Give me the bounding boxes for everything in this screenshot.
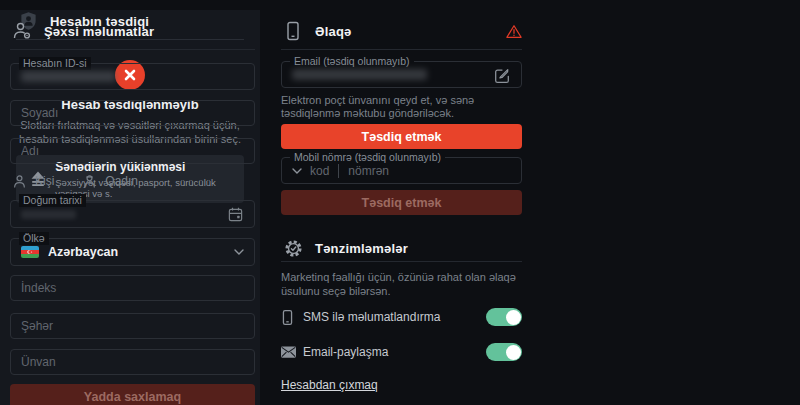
smartphone-icon: [281, 21, 305, 41]
account-id-field: Hesabın ID-si: [10, 63, 255, 90]
mobile-number-field: Mobil nömrə (təsdiq olunmayıb) kod nömrə…: [281, 157, 522, 184]
email-label: Email (təsdiq olunmayıb): [290, 55, 414, 68]
gender-option-female[interactable]: Qadın: [82, 174, 138, 189]
surname-input[interactable]: [10, 100, 255, 126]
divider: [281, 49, 522, 50]
envelope-icon: [281, 346, 303, 358]
email-toggle[interactable]: [486, 343, 522, 361]
gender-selector: Kişi Qadın: [10, 172, 255, 190]
phone-small-icon: [281, 309, 303, 326]
person-gear-icon: [10, 21, 34, 41]
code-chevron-down-icon[interactable]: [292, 168, 302, 174]
account-settings-page: Şəxsi məlumatlar Hesabın ID-si Kişi Qadı…: [0, 10, 800, 405]
chevron-down-icon: [234, 249, 244, 255]
sms-toggle[interactable]: [486, 308, 522, 326]
email-hint: Elektron poçt ünvanını qeyd et, və sənə …: [281, 94, 522, 120]
gender-option-male[interactable]: Kişi: [12, 174, 54, 189]
female-icon: [82, 174, 97, 189]
field-separator: [338, 164, 339, 178]
edit-icon[interactable]: [493, 66, 511, 84]
country-label: Ölkə: [19, 232, 49, 245]
personal-info-title: Şəxsi məlumatlar: [44, 24, 154, 39]
settings-header: Tənzimləmələr: [281, 237, 522, 259]
address-input[interactable]: [10, 349, 255, 375]
female-label: Qadın: [105, 174, 138, 188]
email-blurred-value: [292, 69, 427, 80]
city-input[interactable]: [10, 313, 255, 339]
dob-field[interactable]: Doğum tarixi: [10, 200, 255, 228]
contact-header: Əlaqə: [281, 20, 522, 42]
account-id-label: Hesabın ID-si: [19, 57, 91, 70]
personal-info-section: Şəxsi məlumatlar Hesabın ID-si Kişi Qadı…: [10, 10, 255, 405]
logout-link[interactable]: Hesabdan çıxmaq: [281, 378, 378, 392]
phone-number-input[interactable]: nömrən: [348, 164, 389, 178]
mobile-number-label: Mobil nömrə (təsdiq olunmayıb): [290, 151, 445, 164]
country-select[interactable]: Ölkə Azərbaycan: [10, 238, 255, 266]
toggle-knob: [506, 345, 521, 360]
contact-title: Əlaqə: [315, 24, 351, 39]
dob-blurred-value: [21, 210, 76, 219]
toggle-knob: [506, 310, 521, 325]
confirm-email-button[interactable]: Təsdiq etmək: [281, 124, 522, 149]
postal-index-input[interactable]: [10, 275, 255, 301]
warning-triangle-icon: [506, 24, 522, 39]
male-label: Kişi: [35, 174, 54, 188]
dob-label: Doğum tarixi: [19, 194, 86, 207]
contact-section: Əlaqə Email (təsdiq olunmayıb) Elektron …: [281, 10, 522, 393]
phone-code-input[interactable]: kod: [310, 164, 329, 178]
sms-notifications-row: SMS ilə məlumatlandırma: [281, 307, 522, 327]
email-sharing-row: Email-paylaşma: [281, 342, 522, 362]
azerbaijan-flag-icon: [21, 246, 39, 258]
save-button[interactable]: Yadda saxlamaq: [10, 384, 255, 405]
personal-info-header: Şəxsi məlumatlar: [10, 20, 255, 42]
confirm-phone-button[interactable]: Təsdiq etmək: [281, 190, 522, 215]
gear-check-icon: [281, 239, 305, 258]
email-toggle-label: Email-paylaşma: [303, 345, 388, 359]
name-input[interactable]: [10, 138, 255, 164]
country-value: Azərbaycan: [48, 245, 118, 259]
divider: [10, 49, 255, 50]
male-icon: [12, 174, 27, 189]
email-field: Email (təsdiq olunmayıb): [281, 61, 522, 88]
sms-toggle-label: SMS ilə məlumatlandırma: [303, 310, 440, 324]
divider: [281, 261, 522, 262]
settings-title: Tənzimləmələr: [315, 241, 408, 256]
calendar-icon[interactable]: [227, 206, 244, 223]
marketing-hint: Marketinq fəallığı üçün, özünüə rahat ol…: [281, 270, 522, 298]
account-id-blurred-value: [21, 71, 116, 82]
